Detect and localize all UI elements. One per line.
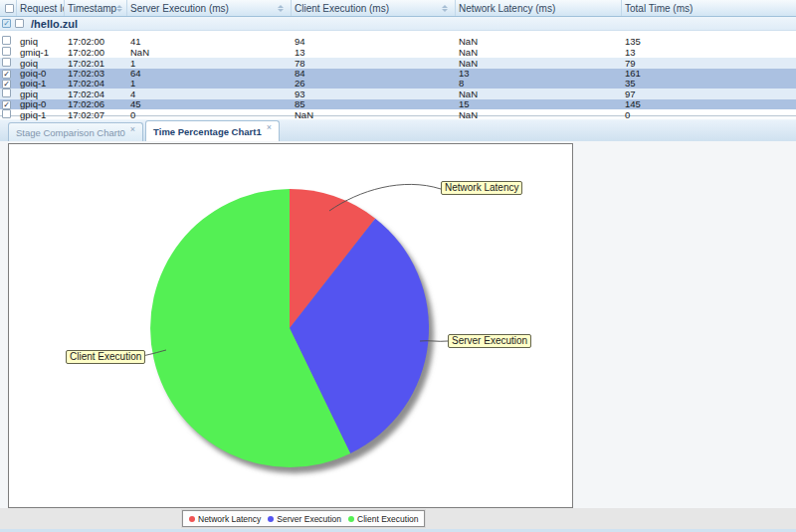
cell-server: 1 bbox=[127, 79, 292, 89]
column-label: Network Latency (ms) bbox=[459, 3, 555, 14]
cell-server: 1 bbox=[127, 59, 292, 69]
cell-total: 79 bbox=[622, 59, 796, 69]
table-row[interactable]: ✓ gpiq-0 17:02:06 45 85 15 145 bbox=[0, 99, 796, 109]
tab-label: Time Percentage Chart1 bbox=[153, 126, 262, 137]
legend-strip: Network Latency Server Execution Client … bbox=[0, 508, 796, 529]
chart-tabbar: Stage Comparison Chart0 × Time Percentag… bbox=[0, 119, 796, 141]
cell-client: NaN bbox=[292, 110, 456, 120]
cell-client: 13 bbox=[292, 48, 456, 58]
cell-total: 35 bbox=[622, 79, 796, 89]
row-checkbox[interactable] bbox=[2, 58, 11, 67]
performance-monitor-app: Request Id Timestamp Server Execution (m… bbox=[0, 0, 796, 532]
tab-panel: Network Latency Server Execution Client … bbox=[0, 141, 796, 532]
cell-request-id: goiq-0 bbox=[17, 69, 65, 79]
callout-server-execution: Server Execution bbox=[448, 334, 531, 348]
cell-server: 45 bbox=[127, 99, 292, 109]
row-checkbox[interactable]: ✓ bbox=[2, 100, 11, 109]
cell-network: NaN bbox=[456, 89, 622, 99]
cell-network: 8 bbox=[456, 79, 622, 89]
sort-icon[interactable] bbox=[442, 5, 448, 12]
column-header-server-execution[interactable]: Server Execution (ms) bbox=[127, 0, 292, 16]
group-row-hello-zul[interactable]: ✓ /hello.zul bbox=[0, 17, 796, 31]
table-row[interactable]: gniq 17:02:00 41 94 NaN 135 bbox=[0, 36, 796, 47]
cell-checkbox bbox=[0, 36, 17, 47]
callout-network-latency: Network Latency bbox=[441, 181, 522, 195]
tab-close-icon[interactable]: × bbox=[267, 123, 272, 132]
tab-stage-comparison-chart0[interactable]: Stage Comparison Chart0 × bbox=[8, 122, 143, 141]
legend-item: Network Latency bbox=[189, 514, 261, 524]
cell-checkbox bbox=[0, 89, 17, 99]
cell-server: 0 bbox=[127, 110, 292, 120]
row-checkbox[interactable] bbox=[2, 36, 11, 45]
tab-close-icon[interactable]: × bbox=[130, 125, 135, 134]
table-row[interactable]: gmiq-1 17:02:00 NaN 13 NaN 13 bbox=[0, 47, 796, 58]
column-label: Server Execution (ms) bbox=[130, 3, 229, 14]
cell-timestamp: 17:02:04 bbox=[65, 89, 127, 99]
cell-checkbox: ✓ bbox=[0, 69, 17, 79]
table-row[interactable]: ✓ goiq-0 17:02:03 64 84 13 161 bbox=[0, 69, 796, 79]
cell-server: 64 bbox=[127, 69, 292, 79]
legend-swatch bbox=[348, 516, 354, 522]
group-toggle-icon[interactable]: ✓ bbox=[2, 19, 11, 28]
row-checkbox[interactable] bbox=[2, 89, 11, 97]
cell-server: 4 bbox=[127, 89, 292, 99]
table-row[interactable]: goiq 17:02:01 1 78 NaN 79 bbox=[0, 58, 796, 69]
column-header-client-execution[interactable]: Client Execution (ms) bbox=[292, 0, 456, 16]
cell-timestamp: 17:02:04 bbox=[65, 79, 127, 89]
cell-network: 13 bbox=[456, 69, 622, 79]
request-table: Request Id Timestamp Server Execution (m… bbox=[0, 0, 796, 116]
column-label: Client Execution (ms) bbox=[295, 3, 389, 14]
cell-client: 26 bbox=[292, 79, 456, 89]
row-checkbox[interactable] bbox=[2, 109, 11, 118]
cell-checkbox bbox=[0, 58, 17, 69]
sort-icon[interactable] bbox=[278, 5, 284, 12]
cell-client: 93 bbox=[292, 89, 456, 99]
cell-checkbox: ✓ bbox=[0, 99, 17, 109]
cell-checkbox bbox=[0, 47, 17, 58]
group-checkbox[interactable] bbox=[15, 19, 24, 28]
table-row[interactable]: gpiq-1 17:02:07 0 NaN NaN 0 bbox=[0, 109, 796, 120]
chart-legend: Network Latency Server Execution Client … bbox=[182, 510, 425, 527]
cell-request-id: gmiq-1 bbox=[17, 48, 65, 58]
cell-client: 85 bbox=[292, 99, 456, 109]
column-header-request-id[interactable]: Request Id bbox=[17, 0, 65, 16]
cell-request-id: goiq-1 bbox=[17, 79, 65, 89]
cell-total: 97 bbox=[622, 89, 796, 99]
column-label: Timestamp bbox=[68, 3, 116, 14]
row-checkbox[interactable]: ✓ bbox=[2, 80, 11, 89]
cell-total: 135 bbox=[622, 37, 796, 47]
legend-item: Client Execution bbox=[348, 514, 418, 524]
cell-request-id: goiq bbox=[17, 59, 65, 69]
pie-chart-svg bbox=[9, 144, 572, 507]
cell-total: 13 bbox=[622, 48, 796, 58]
legend-label: Client Execution bbox=[357, 514, 418, 524]
table-row[interactable]: ✓ goiq-1 17:02:04 1 26 8 35 bbox=[0, 79, 796, 89]
cell-client: 84 bbox=[292, 69, 456, 79]
pie-chart-canvas: Network Latency Server Execution Client … bbox=[8, 143, 573, 508]
sort-icon[interactable] bbox=[116, 5, 122, 12]
row-checkbox[interactable] bbox=[2, 47, 11, 56]
legend-label: Server Execution bbox=[277, 514, 341, 524]
cell-request-id: gpiq-1 bbox=[17, 110, 65, 120]
legend-label: Network Latency bbox=[198, 514, 261, 524]
cell-timestamp: 17:02:06 bbox=[65, 99, 127, 109]
cell-timestamp: 17:02:07 bbox=[65, 110, 127, 120]
cell-checkbox bbox=[0, 109, 17, 120]
cell-timestamp: 17:02:01 bbox=[65, 59, 127, 69]
cell-network: NaN bbox=[456, 37, 622, 47]
callout-client-execution: Client Execution bbox=[66, 350, 145, 364]
column-header-total-time[interactable]: Total Time (ms) bbox=[622, 0, 796, 16]
cell-request-id: gpiq-0 bbox=[17, 99, 65, 109]
cell-timestamp: 17:02:03 bbox=[65, 69, 127, 79]
table-row[interactable]: gpiq 17:02:04 4 93 NaN 97 bbox=[0, 89, 796, 99]
column-header-timestamp[interactable]: Timestamp bbox=[65, 0, 127, 16]
row-checkbox[interactable]: ✓ bbox=[2, 70, 11, 79]
cell-server: NaN bbox=[127, 48, 292, 58]
cell-client: 78 bbox=[292, 59, 456, 69]
table-rows: gniq 17:02:00 41 94 NaN 135 gmiq-1 17:02… bbox=[0, 36, 796, 116]
column-header-network-latency[interactable]: Network Latency (ms) bbox=[456, 0, 622, 16]
cell-server: 41 bbox=[127, 37, 292, 47]
legend-swatch bbox=[268, 516, 274, 522]
select-all-checkbox[interactable] bbox=[5, 4, 14, 13]
tab-time-percentage-chart1[interactable]: Time Percentage Chart1 × bbox=[145, 120, 280, 141]
